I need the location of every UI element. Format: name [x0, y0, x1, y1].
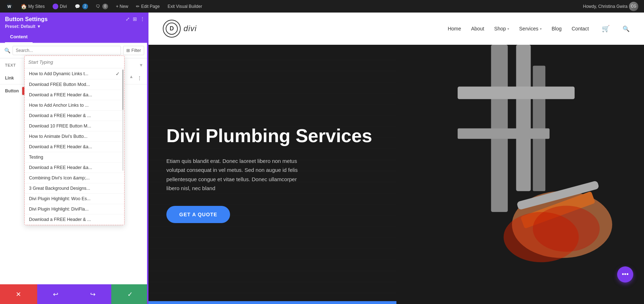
wp-logo-button[interactable]: W: [3, 0, 16, 13]
divi-button[interactable]: Divi: [50, 0, 70, 13]
new-button[interactable]: + New: [113, 0, 131, 13]
chevron-shop-icon: ▾: [507, 27, 509, 31]
dropdown-item[interactable]: Download a FREE Header &a...: [25, 142, 124, 152]
divi-icon: [53, 4, 58, 9]
left-panel: Button Settings Preset: Default ▼ ⤢ ⊞ ⋮ …: [0, 13, 148, 304]
dropdown-item[interactable]: 3 Great Background Designs...: [25, 183, 124, 194]
nav-contact[interactable]: Contact: [572, 26, 589, 32]
comments-button[interactable]: 💬 2: [72, 0, 91, 13]
new-label: + New: [116, 4, 128, 9]
divi-logo-svg: D: [165, 22, 178, 35]
expand-icon[interactable]: ⤢: [126, 16, 130, 22]
tab-content[interactable]: Content: [5, 31, 33, 43]
dropdown-item-label: Testing: [29, 155, 43, 160]
dropdown-item[interactable]: Download a FREE Header &a...: [25, 90, 124, 100]
dropdown-item[interactable]: How to Add Anchor Links to ...: [25, 100, 124, 111]
nav-about[interactable]: About: [471, 26, 484, 32]
undo-button[interactable]: ↩: [37, 284, 74, 304]
dropdown-item[interactable]: How to Animate Divi's Butto...: [25, 131, 124, 142]
link-more-icon[interactable]: ⋮: [136, 74, 143, 82]
howdy-label: Howdy, Christina Gwira: [583, 4, 628, 9]
site-nav-links: Home About Shop ▾ Services ▾ Blog Contac: [448, 25, 630, 33]
user-menu-button[interactable]: Howdy, Christina Gwira CG: [580, 2, 641, 11]
main-layout: Button Settings Preset: Default ▼ ⤢ ⊞ ⋮ …: [0, 0, 644, 304]
grid-icon[interactable]: ⊞: [133, 16, 137, 22]
svg-rect-4: [516, 45, 531, 191]
preview-panel: D divi Home About Shop ▾ Services ▾: [148, 13, 644, 304]
chat-button[interactable]: 🗨 0: [93, 0, 111, 13]
panel-header-icons: ⤢ ⊞ ⋮: [126, 16, 145, 22]
nav-blog-label: Blog: [552, 26, 562, 32]
dropdown-search-input[interactable]: [28, 59, 121, 65]
fab-icon: •••: [622, 271, 629, 278]
dropdown-item[interactable]: Download a FREE Header & ...: [25, 214, 124, 225]
nav-services[interactable]: Services ▾: [519, 26, 542, 32]
bubble-icon: 🗨: [96, 4, 100, 9]
hero-section: Divi Plumbing Services Etiam quis blandi…: [148, 45, 644, 304]
hero-cta-button[interactable]: GET A QUOTE: [166, 206, 230, 223]
chevron-services-icon: ▾: [540, 27, 542, 31]
exit-builder-label: Exit Visual Builder: [167, 4, 202, 9]
svg-text:D: D: [170, 25, 174, 32]
dropdown-item[interactable]: Combining Divi's Icon &amp;...: [25, 173, 124, 183]
more-icon[interactable]: ⋮: [140, 16, 145, 22]
logo-circle-icon: D: [163, 20, 181, 38]
dropdown-item[interactable]: Divi Plugin Highlight: Woo Es...: [25, 194, 124, 204]
filter-label: Filter: [131, 48, 141, 53]
redo-button[interactable]: ↪: [74, 284, 112, 304]
dropdown-item-label: Download a FREE Header &a...: [29, 165, 92, 170]
svg-rect-7: [458, 129, 550, 139]
purple-bar: [147, 13, 148, 304]
dropdown-item[interactable]: Divi Plugin Highlight: DiviFla...: [25, 204, 124, 214]
panel-bottom-bar: ✕ ↩ ↪ ✓: [0, 284, 148, 304]
filter-button[interactable]: ⊞ Filter: [123, 46, 144, 55]
nav-about-label: About: [471, 26, 484, 32]
edit-page-label: Edit Page: [141, 4, 160, 9]
dropdown-list: How to Add Dynamic Links t...✓Download F…: [25, 68, 124, 225]
text-section-label: Text: [5, 63, 16, 67]
dropdown-item-label: 3 Great Background Designs...: [29, 186, 90, 191]
dropdown-item[interactable]: How to Add Dynamic Links t...✓: [25, 68, 124, 79]
nav-shop-label: Shop: [494, 26, 506, 32]
text-chevron-icon[interactable]: ▼: [139, 63, 143, 68]
divi-label: Divi: [60, 4, 67, 9]
check-icon: ✓: [116, 71, 120, 77]
search-input[interactable]: [13, 46, 121, 55]
nav-shop[interactable]: Shop ▾: [494, 26, 509, 32]
search-icon[interactable]: 🔍: [623, 25, 630, 32]
link-icons: ▲ ⋮: [129, 74, 143, 82]
preset-label: Preset: Default: [5, 24, 35, 29]
search-icon: 🔍: [4, 48, 10, 53]
filter-icon: ⊞: [126, 48, 130, 53]
dropdown-search: [25, 56, 124, 68]
edit-page-button[interactable]: ✏ Edit Page: [133, 0, 162, 13]
button-label: Button: [5, 88, 19, 93]
exit-builder-button[interactable]: Exit Visual Builder: [165, 0, 205, 13]
cancel-button[interactable]: ✕: [0, 284, 37, 304]
dropdown-item-label: Divi Plugin Highlight: Woo Es...: [29, 196, 91, 201]
my-sites-button[interactable]: 🏠 My Sites: [18, 0, 48, 13]
dropdown-item-label: Download FREE Button Mod...: [29, 82, 90, 87]
dropdown-scrollbar[interactable]: [122, 69, 123, 171]
comment-badge: 2: [82, 4, 88, 9]
cart-icon[interactable]: 🛒: [602, 25, 610, 33]
dropdown-item-label: How to Add Dynamic Links t...: [29, 71, 88, 76]
dropdown-item[interactable]: Download a FREE Header &a...: [25, 163, 124, 173]
dropdown-item[interactable]: Testing: [25, 152, 124, 163]
redo-icon: ↪: [90, 290, 96, 298]
panel-header: Button Settings Preset: Default ▼ ⤢ ⊞ ⋮: [0, 13, 148, 31]
dropdown-item[interactable]: Download a FREE Header & ...: [25, 111, 124, 121]
nav-home-label: Home: [448, 26, 461, 32]
fab-button[interactable]: •••: [617, 266, 633, 283]
dropdown-item-label: Download 10 FREE Button M...: [29, 124, 91, 129]
dropdown-item[interactable]: Download FREE Button Mod...: [25, 79, 124, 90]
nav-blog[interactable]: Blog: [552, 26, 562, 32]
nav-home[interactable]: Home: [448, 26, 461, 32]
dropdown-scroll-thumb: [122, 69, 123, 110]
link-chevron-up-icon[interactable]: ▲: [129, 74, 133, 82]
dropdown-item-label: Combining Divi's Icon &amp;...: [29, 175, 90, 180]
cancel-icon: ✕: [16, 290, 21, 298]
site-nav: D divi Home About Shop ▾ Services ▾: [148, 13, 644, 45]
dropdown-item[interactable]: Download 10 FREE Button M...: [25, 121, 124, 131]
save-button[interactable]: ✓: [111, 284, 148, 304]
